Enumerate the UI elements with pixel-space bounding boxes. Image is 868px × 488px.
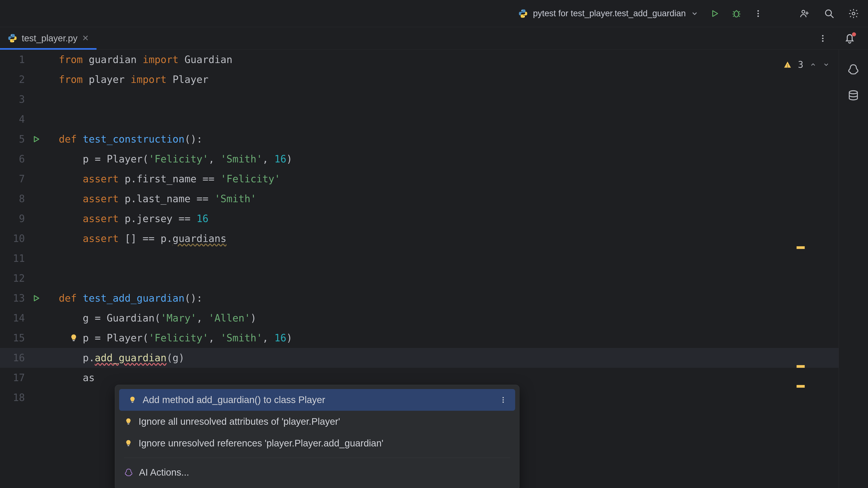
code-line: 2 from player import Player bbox=[0, 70, 839, 90]
debug-button[interactable] bbox=[731, 8, 742, 19]
notifications-icon[interactable] bbox=[843, 32, 857, 45]
svg-rect-21 bbox=[127, 445, 129, 446]
warning-marker[interactable] bbox=[797, 385, 805, 388]
line-number: 5 bbox=[9, 129, 25, 149]
intention-label: Ignore unresolved references 'player.Pla… bbox=[138, 438, 383, 449]
close-tab-icon[interactable]: ✕ bbox=[82, 33, 89, 43]
settings-icon[interactable] bbox=[848, 8, 859, 19]
run-test-gutter-icon[interactable] bbox=[32, 135, 41, 144]
line-number: 3 bbox=[9, 90, 25, 109]
svg-point-14 bbox=[849, 91, 857, 94]
svg-point-4 bbox=[757, 13, 759, 14]
line-number: 15 bbox=[9, 328, 25, 348]
intention-bulb-icon[interactable] bbox=[69, 333, 79, 343]
more-actions-button[interactable] bbox=[753, 8, 764, 19]
python-file-icon bbox=[8, 33, 17, 43]
run-configuration-selector[interactable]: pytest for test_player.test_add_guardian bbox=[518, 8, 699, 19]
inspection-count: 3 bbox=[798, 55, 803, 74]
tab-test-player[interactable]: test_player.py ✕ bbox=[0, 27, 96, 50]
svg-point-8 bbox=[852, 12, 855, 15]
lightbulb-icon bbox=[124, 417, 133, 426]
line-number: 14 bbox=[9, 308, 25, 328]
svg-point-12 bbox=[822, 37, 824, 39]
warning-marker[interactable] bbox=[797, 246, 805, 249]
prev-highlight-icon[interactable] bbox=[810, 61, 816, 68]
intention-item-ai-actions[interactable]: AI Actions... bbox=[115, 462, 519, 483]
svg-point-10 bbox=[13, 41, 14, 41]
lightbulb-icon bbox=[128, 396, 137, 404]
line-number: 18 bbox=[9, 388, 25, 408]
python-file-icon bbox=[518, 8, 528, 19]
svg-point-0 bbox=[522, 10, 522, 11]
chevron-down-icon bbox=[691, 10, 699, 18]
line-number: 9 bbox=[9, 209, 25, 229]
line-number: 1 bbox=[9, 50, 25, 70]
line-number: 13 bbox=[9, 288, 25, 308]
run-button[interactable] bbox=[709, 8, 720, 19]
inspection-widget[interactable]: 3 bbox=[783, 55, 830, 74]
code-line: 1 from guardian import Guardian bbox=[0, 50, 839, 70]
editor-tabs: test_player.py ✕ bbox=[0, 27, 868, 50]
svg-point-5 bbox=[757, 15, 759, 17]
line-number: 16 bbox=[9, 348, 25, 368]
svg-rect-20 bbox=[127, 423, 129, 424]
line-number: 6 bbox=[9, 149, 25, 169]
intention-label: Add method add_guardian() to class Playe… bbox=[143, 394, 325, 405]
code-line: 5 def test_construction(): bbox=[0, 129, 839, 149]
search-everywhere-icon[interactable] bbox=[824, 8, 835, 19]
main-toolbar: pytest for test_player.test_add_guardian bbox=[0, 0, 868, 27]
intention-submenu-icon[interactable] bbox=[499, 396, 507, 404]
svg-point-3 bbox=[757, 10, 759, 12]
svg-point-17 bbox=[502, 397, 504, 398]
line-number: 17 bbox=[9, 368, 25, 388]
svg-point-13 bbox=[822, 40, 824, 42]
line-number: 11 bbox=[9, 249, 25, 268]
line-number: 10 bbox=[9, 229, 25, 249]
svg-point-19 bbox=[502, 401, 504, 403]
next-highlight-icon[interactable] bbox=[823, 61, 830, 68]
intention-label: Ignore all unresolved attributes of 'pla… bbox=[138, 416, 340, 427]
code-with-me-icon[interactable] bbox=[799, 8, 810, 19]
line-number: 2 bbox=[9, 70, 25, 90]
line-number: 7 bbox=[9, 169, 25, 189]
warning-icon bbox=[783, 61, 792, 69]
ai-swirl-icon bbox=[124, 468, 133, 477]
run-config-label: pytest for test_player.test_add_guardian bbox=[533, 8, 686, 18]
intention-item-ignore-ref[interactable]: Ignore unresolved references 'player.Pla… bbox=[115, 432, 519, 454]
notification-indicator-dot bbox=[852, 32, 856, 36]
svg-point-6 bbox=[802, 10, 805, 13]
line-number: 4 bbox=[9, 109, 25, 129]
right-tool-rail bbox=[839, 50, 868, 488]
tab-filename: test_player.py bbox=[22, 33, 78, 43]
svg-point-2 bbox=[734, 11, 739, 17]
intention-label: AI Actions... bbox=[139, 467, 189, 478]
database-icon[interactable] bbox=[847, 90, 860, 102]
warning-marker[interactable] bbox=[797, 365, 805, 368]
tab-options-button[interactable] bbox=[818, 34, 827, 43]
svg-point-11 bbox=[822, 35, 824, 37]
intention-actions-popup: Add method add_guardian() to class Playe… bbox=[115, 385, 520, 488]
line-number: 12 bbox=[9, 268, 25, 288]
run-test-gutter-icon[interactable] bbox=[32, 294, 41, 303]
line-number: 8 bbox=[9, 189, 25, 209]
ai-assistant-icon[interactable] bbox=[847, 63, 860, 76]
intention-item-add-method[interactable]: Add method add_guardian() to class Playe… bbox=[119, 389, 515, 411]
svg-point-18 bbox=[502, 399, 504, 400]
intention-item-ignore-attrs[interactable]: Ignore all unresolved attributes of 'pla… bbox=[115, 411, 519, 432]
lightbulb-icon bbox=[124, 439, 133, 448]
popup-separator bbox=[124, 458, 510, 458]
svg-point-1 bbox=[524, 16, 525, 17]
svg-rect-16 bbox=[131, 402, 133, 403]
svg-rect-15 bbox=[73, 340, 75, 341]
svg-point-9 bbox=[11, 35, 11, 35]
